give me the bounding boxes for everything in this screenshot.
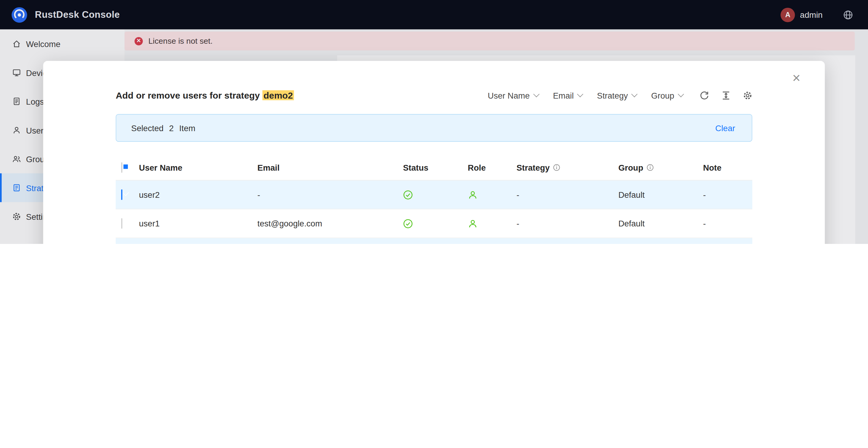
clear-selection-link[interactable]: Clear [715,123,735,133]
cell-status [403,218,468,229]
select-all-checkbox[interactable] [121,162,122,173]
table-row[interactable]: user2 - - Default - [116,181,752,210]
close-icon[interactable]: × [792,71,801,85]
cell-email: - [257,190,403,199]
cell-username: user1 [139,219,257,228]
filter-label: User Name [488,90,530,100]
chevron-down-icon [533,91,539,97]
filter-group[interactable]: Group [651,90,683,100]
filter-label: Email [553,90,574,100]
chevron-down-icon [631,91,638,97]
cell-username: user2 [139,190,257,199]
info-icon[interactable] [553,164,560,171]
filter-strategy[interactable]: Strategy [597,90,637,100]
chevron-down-icon [678,91,684,97]
col-strategy: Strategy [517,163,618,172]
filter-bar: User Name Email Strategy Group [488,90,683,100]
row-checkbox[interactable] [121,189,122,200]
refresh-icon[interactable] [700,90,709,100]
col-group: Group [618,163,703,172]
selection-alert: Selected 2 Item Clear [116,114,752,142]
users-table: User Name Email Status Role Strategy Gro… [116,155,752,244]
settings-gear-icon[interactable] [743,90,752,100]
modal-title: Add or remove users for strategy demo2 [116,90,294,100]
user-role-icon [468,190,517,200]
cell-group: Default [618,190,703,199]
filter-user-name[interactable]: User Name [488,90,538,100]
selected-suffix: Item [179,123,195,133]
col-label: Strategy [517,163,550,172]
cell-role [468,218,517,229]
cell-status [403,190,468,200]
cell-note: - [703,219,752,228]
selected-prefix: Selected [131,123,163,133]
col-role: Role [468,163,517,172]
info-icon[interactable] [647,164,654,171]
user-role-icon [468,218,517,229]
cell-role [468,190,517,200]
table-row[interactable]: admin Me - demo2 Default - [116,238,752,244]
col-email: Email [257,163,403,172]
table-toolbar [700,90,752,100]
col-label: Group [618,163,644,172]
table-row[interactable]: user1 test@google.com - Default - [116,209,752,238]
filter-email[interactable]: Email [553,90,583,100]
modal-header: Add or remove users for strategy demo2 U… [116,85,752,105]
check-circle-icon [403,218,468,229]
col-username: User Name [139,163,257,172]
row-checkbox[interactable] [121,218,122,229]
chevron-down-icon [577,91,584,97]
cell-note: - [703,190,752,199]
col-status: Status [403,163,468,172]
cell-strategy: - [517,190,618,199]
cell-email: test@google.com [257,219,403,228]
cell-group: Default [618,219,703,228]
selected-count: 2 [169,123,174,133]
filter-label: Strategy [597,90,628,100]
col-note: Note [703,163,752,172]
modal-title-prefix: Add or remove users for strategy [116,90,262,100]
filter-label: Group [651,90,675,100]
table-header-row: User Name Email Status Role Strategy Gro… [116,155,752,180]
strategy-name-highlight: demo2 [262,90,294,100]
column-height-icon[interactable] [721,90,731,100]
app-root: RustDesk Console A admin Welcome Devices [0,0,868,244]
cell-strategy: - [517,219,618,228]
check-circle-icon [403,190,468,200]
add-remove-users-modal: × Add or remove users for strategy demo2… [43,61,825,244]
